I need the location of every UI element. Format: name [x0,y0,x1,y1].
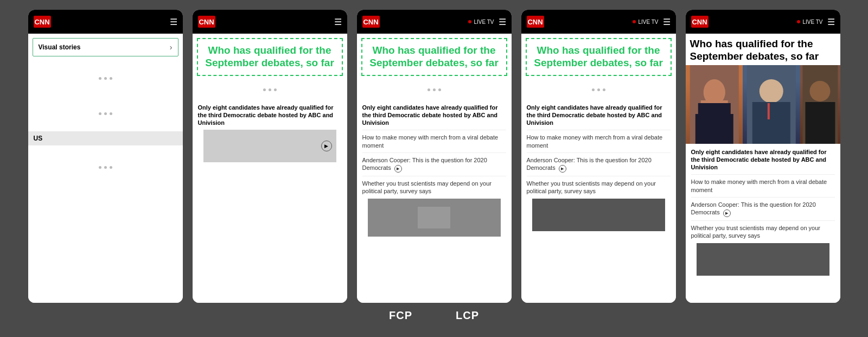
visual-stories-bar[interactable]: Visual stories › [33,38,178,56]
hero-person-3 [800,65,840,144]
cnn-header-3: CNN LIVE TV ☰ [357,10,512,34]
headline-box-3: Who has qualified for the September deba… [361,38,507,76]
chevron-right-icon: › [170,43,173,52]
cnn-header-1: CNN ☰ [28,10,183,34]
gray-box-3 [418,207,450,228]
hamburger-icon-1[interactable]: ☰ [170,17,177,27]
dot-12 [274,88,277,91]
article-sub-4-3: Whether you trust scientists may depend … [527,176,671,195]
article-list-2: Only eight candidates have already quali… [193,99,347,303]
hero-person-1 [686,65,743,144]
article-sub-5-3: Whether you trust scientists may depend … [691,220,835,240]
svg-rect-4 [700,100,727,103]
article-main-3: Only eight candidates have already quali… [362,104,506,127]
phone-fcp: CNN ☰ Visual stories › US [28,10,183,303]
phones-container: CNN ☰ Visual stories › US [0,0,868,303]
svg-rect-8 [752,102,790,144]
lcp-label: LCP [456,309,479,322]
dot-18 [603,88,605,91]
cnn-logo-4: CNN [527,16,544,28]
article-list-5: Only eight candidates have already quali… [686,144,840,303]
headline-text-2: Who has qualified for the September deba… [203,44,336,69]
dot-15 [438,88,441,91]
hamburger-icon-4[interactable]: ☰ [663,17,671,27]
cnn-logo-2: CNN [198,16,215,28]
loading-dots-6 [521,80,676,99]
loading-dots-3 [28,150,183,185]
dot-10 [263,88,266,91]
phone-body-2: Who has qualified for the September deba… [193,34,347,303]
fcp-label: FCP [389,309,412,322]
live-dot-4 [633,20,636,23]
hamburger-icon-5[interactable]: ☰ [827,17,835,27]
video-placeholder-3 [368,199,501,237]
hamburger-icon-2[interactable]: ☰ [334,17,342,27]
dot-8 [104,166,107,169]
article-sub-3-2: Anderson Cooper: This is the question fo… [362,152,506,173]
phone-lcp: CNN LIVE TV ☰ Who has qualified for the … [686,10,840,303]
live-tv-label-3: LIVE TV [474,19,494,25]
performance-labels: FCP LCP [389,303,479,322]
phone-2: CNN ☰ Who has qualified for the Septembe… [193,10,347,303]
svg-point-7 [760,79,783,103]
svg-point-11 [809,81,830,101]
phone-body-4: Who has qualified for the September deba… [521,34,676,303]
phone-body-1: Visual stories › US [28,34,183,303]
article-sub-3-1: How to make money with merch from a vira… [362,130,506,149]
dot-5 [104,112,107,115]
hero-person-3-svg [800,65,840,144]
live-tv-badge-5: LIVE TV [797,19,822,25]
dot-14 [433,88,436,91]
headline-text-4: Who has qualified for the September deba… [532,44,665,69]
live-tv-badge-3: LIVE TV [468,19,494,25]
play-icon-small-3[interactable]: ▶ [394,165,402,173]
visual-stories-label: Visual stories [39,43,81,51]
dot-9 [110,166,112,169]
article-main-5: Only eight candidates have already quali… [691,148,835,171]
hero-person-2 [743,65,800,144]
phone-3: CNN LIVE TV ☰ Who has qualified for the … [357,10,512,303]
live-tv-label-5: LIVE TV [802,19,822,25]
live-dot-3 [468,20,471,23]
dot-3 [110,77,112,80]
headline-text-3: Who has qualified for the September deba… [368,44,501,69]
dot-11 [269,88,271,91]
headline-box-2: Who has qualified for the September deba… [197,38,343,76]
play-icon-small-5[interactable]: ▶ [723,209,731,217]
headline-box-4: Who has qualified for the September deba… [526,38,672,76]
cnn-logo-5: CNN [691,16,709,28]
article-main-2: Only eight candidates have already quali… [198,104,342,127]
headline-text-5: Who has qualified for the September deba… [686,34,840,65]
cnn-header-2: CNN ☰ [193,10,347,34]
article-sub-5-2: Anderson Cooper: This is the question fo… [691,197,835,217]
cnn-header-5: CNN LIVE TV ☰ [686,10,840,34]
article-sub-3-3: Whether you trust scientists may depend … [362,176,506,195]
article-sub-5-1: How to make money with merch from a vira… [691,174,835,194]
dot-6 [110,112,112,115]
article-list-3: Only eight candidates have already quali… [357,99,512,303]
dot-4 [99,112,101,115]
dot-2 [104,77,107,80]
header-right-1: ☰ [170,17,177,27]
svg-rect-9 [768,103,770,119]
video-dark-4 [532,199,665,231]
hero-person-1-svg [686,65,743,144]
header-right-5: LIVE TV ☰ [797,17,834,27]
phone-body-3: Who has qualified for the September deba… [357,34,512,303]
dot-16 [592,88,595,91]
svg-rect-5 [695,114,733,144]
cnn-header-4: CNN LIVE TV ☰ [521,10,676,34]
dot-17 [597,88,600,91]
dot-1 [99,77,101,80]
header-right-4: LIVE TV ☰ [633,17,670,27]
header-right-2: ☰ [334,17,342,27]
svg-point-3 [703,81,725,103]
video-area-2: ▶ [203,130,336,162]
live-tv-badge-4: LIVE TV [633,19,658,25]
play-icon-small-4[interactable]: ▶ [559,165,566,173]
cnn-logo-1: CNN [34,16,51,28]
play-icon-2[interactable]: ▶ [321,141,332,151]
live-dot-5 [797,20,800,23]
loading-dots-4 [193,80,347,99]
hamburger-icon-3[interactable]: ☰ [499,17,506,27]
